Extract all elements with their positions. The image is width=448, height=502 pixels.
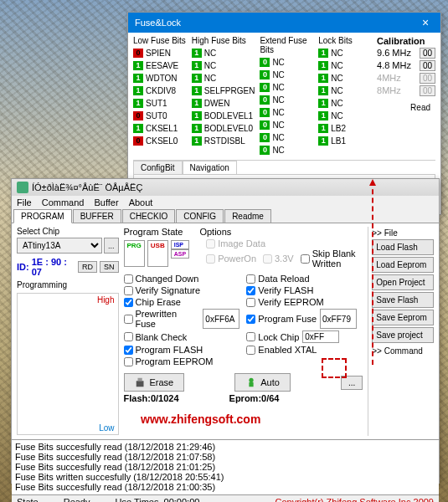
program-fuse-input[interactable]: [320, 309, 357, 329]
rmenu-command-header[interactable]: >> Command: [372, 345, 434, 357]
fuse-bit-row[interactable]: 0SUT0: [133, 110, 187, 121]
log-line: Fuse Bits written succesfully (18/12/201…: [15, 472, 435, 482]
chk-program-fuse[interactable]: [246, 315, 255, 324]
fuse-bit-row[interactable]: 1NC: [192, 59, 255, 71]
fuse-bit-row[interactable]: 1NC: [192, 72, 255, 84]
chk-verify-sig[interactable]: [124, 286, 133, 295]
tab-program[interactable]: PROGRAM: [13, 209, 72, 223]
cal-freq: 9.6 MHz: [377, 48, 411, 59]
fuse-bit-row[interactable]: 1NC: [318, 97, 372, 109]
menu-file[interactable]: File: [17, 197, 32, 207]
fuse-bit-row[interactable]: 1NC: [318, 59, 372, 71]
badge-isp: ISP: [171, 240, 189, 249]
fuse-bit-row[interactable]: 1NC: [318, 85, 372, 96]
lock-chip-input[interactable]: [302, 330, 339, 343]
fuse-bit-row[interactable]: 1WDTON: [133, 72, 187, 84]
rmenu-save-flash[interactable]: Save Flash: [372, 292, 434, 308]
fuse-bit-row[interactable]: 1CKDIV8: [133, 85, 187, 96]
chk-lock-chip[interactable]: [246, 332, 255, 341]
tab-config[interactable]: CONFIG: [176, 209, 224, 223]
bit-indicator: 1: [192, 61, 202, 70]
chk-verify-flash[interactable]: [246, 286, 255, 295]
fuse-bit-row[interactable]: 0NC: [260, 94, 313, 105]
sn-button[interactable]: SN: [100, 261, 119, 273]
chk-program-flash[interactable]: [124, 346, 133, 355]
id-label: ID:: [17, 262, 29, 272]
fuse-bit-row[interactable]: 1NC: [318, 47, 372, 59]
chk-changed-down[interactable]: [124, 274, 133, 284]
fuse-bit-row[interactable]: 1LB2: [318, 122, 372, 134]
menu-command[interactable]: Command: [42, 197, 85, 207]
chk-prewritten-fuse[interactable]: [124, 315, 133, 324]
fuse-bit-row[interactable]: 1EESAVE: [133, 59, 187, 71]
bit-indicator: 0: [260, 120, 270, 130]
chk-chip-erase[interactable]: [124, 298, 133, 307]
rd-button[interactable]: RD: [78, 261, 97, 273]
fuse-bit-row[interactable]: 0NC: [260, 106, 313, 118]
menu-about[interactable]: About: [129, 197, 153, 207]
fuse-bit-row[interactable]: 0NC: [260, 131, 313, 143]
log-panel[interactable]: Fuse Bits succesfully read (18/12/2018 2…: [12, 439, 439, 494]
bit-name: NC: [331, 86, 342, 95]
chk-skip-blank[interactable]: [301, 254, 310, 264]
bit-name: NC: [272, 133, 284, 142]
main-window: ÍÓ±ðÌàË¾¤°ÅùË¨ ÖÅµÅËÇ File Command Buffe…: [11, 178, 440, 484]
cal-read-button[interactable]: Read: [405, 101, 435, 114]
erase-button[interactable]: Erase: [124, 373, 185, 392]
fuse-bit-row[interactable]: 1CKSEL1: [133, 122, 187, 134]
chip-id: 1E : 90 : 07: [32, 257, 75, 277]
fuse-bit-row[interactable]: 1SELFPRGEN: [192, 85, 255, 96]
prewritten-fuse-input[interactable]: [203, 309, 239, 329]
rmenu-load-flash[interactable]: Load Flash: [372, 239, 434, 255]
chk-enabled-xtal[interactable]: [246, 346, 255, 355]
bit-name: SPIEN: [146, 49, 171, 58]
fuse-bit-row[interactable]: 1LB1: [318, 135, 372, 146]
fuse-bit-row[interactable]: 0SPIEN: [133, 47, 187, 59]
fuse-bit-row[interactable]: 1BODLEVEL0: [192, 122, 255, 134]
rmenu-save-project[interactable]: Save project: [372, 327, 434, 343]
tab-readme[interactable]: Readme: [224, 209, 271, 223]
rmenu-open-project[interactable]: Open Project: [372, 274, 434, 290]
tab-navigation[interactable]: Navigation: [183, 161, 237, 174]
fuse-bit-row[interactable]: 1RSTDISBL: [192, 135, 255, 146]
fuse-bit-row[interactable]: 0NC: [260, 119, 313, 131]
rmenu-file-header[interactable]: >> File: [372, 227, 434, 239]
tab-buffer[interactable]: BUFFER: [73, 209, 121, 223]
fuse-bit-row[interactable]: 1NC: [318, 72, 372, 84]
fuse-bit-row[interactable]: 1SUT1: [133, 97, 187, 109]
annotation-arrow: [372, 181, 373, 365]
fuse-bit-row[interactable]: 0NC: [260, 81, 313, 93]
eprom-label: Eprom:: [229, 393, 262, 403]
ext-fuse-header: Extend Fuse Bits: [260, 36, 313, 54]
annotation-box: [322, 358, 347, 378]
bit-name: SELFPRGEN: [204, 86, 255, 95]
tab-checkio[interactable]: CHECKIO: [122, 209, 176, 223]
fuse-bit-row[interactable]: 0NC: [260, 144, 313, 156]
tab-configbit[interactable]: ConfigBit: [133, 161, 183, 174]
fuse-bit-row[interactable]: 0CKSEL0: [133, 135, 187, 146]
menu-buffer[interactable]: Buffer: [94, 197, 118, 207]
bit-name: LB2: [331, 124, 346, 133]
chk-verify-eeprom[interactable]: [246, 298, 255, 307]
chip-browse-button[interactable]: ...: [104, 238, 119, 254]
close-icon[interactable]: ×: [417, 16, 434, 29]
rmenu-save-eeprom[interactable]: Save Eeprom: [372, 310, 434, 325]
fuse-bit-row[interactable]: 0NC: [260, 69, 313, 80]
auto-button[interactable]: Auto: [234, 373, 291, 392]
chip-select[interactable]: ATtiny13A: [17, 238, 102, 254]
chk-data-reload[interactable]: [246, 274, 255, 284]
fuse-bit-row[interactable]: 1DWEN: [192, 97, 255, 109]
fuse-bit-row[interactable]: 1BODLEVEL1: [192, 110, 255, 121]
rmenu-load-eeprom[interactable]: Load Eeprom: [372, 257, 434, 273]
chk-program-eeprom[interactable]: [124, 357, 133, 366]
programming-label: Programming: [17, 280, 119, 289]
cal-header: Calibration: [377, 36, 435, 46]
fuse-bit-row[interactable]: 1NC: [192, 47, 255, 59]
fuse-titlebar[interactable]: Fuse&Lock ×: [128, 13, 440, 33]
bit-indicator: 0: [260, 70, 270, 79]
fuse-bit-row[interactable]: 0NC: [260, 56, 313, 68]
fuse-bit-row[interactable]: 1NC: [318, 110, 372, 121]
log-line: Fuse Bits succesfully read (18/12/2018 2…: [15, 452, 435, 462]
bit-indicator: 1: [192, 99, 202, 108]
chk-blank-check[interactable]: [124, 332, 133, 341]
